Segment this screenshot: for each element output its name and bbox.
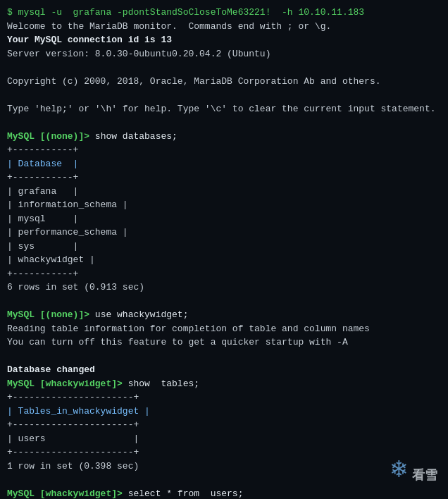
terminal-window: $ mysql -u grafana -pdontStandSoCloseToM… bbox=[0, 0, 448, 499]
terminal-line: | Tables_in_whackywidget | bbox=[7, 405, 441, 419]
terminal-line: +----------------------+ bbox=[7, 418, 441, 432]
terminal-line: +----------------------+ bbox=[7, 445, 441, 460]
watermark-text: 看雪 bbox=[412, 469, 437, 483]
terminal-line: Database changed bbox=[7, 363, 441, 377]
terminal-line: | mysql | bbox=[7, 212, 441, 226]
terminal-line: +-----------+ bbox=[7, 143, 441, 157]
terminal-line bbox=[7, 88, 441, 102]
terminal-line: | whackywidget | bbox=[7, 253, 441, 267]
terminal-line: Your MySQL connection id is 13 bbox=[7, 33, 441, 47]
terminal-line: MySQL [(none)]> show databases; bbox=[7, 130, 441, 144]
terminal-line: Reading table information for completion… bbox=[7, 322, 441, 336]
terminal-content: $ mysql -u grafana -pdontStandSoCloseToM… bbox=[7, 6, 441, 499]
terminal-line bbox=[7, 350, 441, 364]
terminal-line: MySQL [whackywidget]> select * from user… bbox=[7, 487, 441, 500]
terminal-line: Type 'help;' or '\h' for help. Type '\c'… bbox=[7, 102, 441, 116]
terminal-line: MySQL [(none)]> use whackywidget; bbox=[7, 308, 441, 322]
terminal-line: | Database | bbox=[7, 157, 441, 171]
terminal-line: | sys | bbox=[7, 240, 441, 254]
terminal-line: | information_schema | bbox=[7, 198, 441, 212]
terminal-line bbox=[7, 295, 441, 309]
watermark: ❄ 看雪 bbox=[392, 454, 438, 485]
terminal-line: | users | bbox=[7, 432, 441, 446]
terminal-line bbox=[7, 116, 441, 130]
terminal-line: | performance_schema | bbox=[7, 226, 441, 240]
terminal-line bbox=[7, 473, 441, 487]
terminal-line: MySQL [whackywidget]> show tables; bbox=[7, 377, 441, 391]
terminal-line: Welcome to the MariaDB monitor. Commands… bbox=[7, 20, 441, 34]
terminal-line: You can turn off this feature to get a q… bbox=[7, 335, 441, 350]
terminal-line: 6 rows in set (0.913 sec) bbox=[7, 281, 441, 295]
terminal-line: +----------------------+ bbox=[7, 390, 441, 405]
terminal-line: Server version: 8.0.30-0ubuntu0.20.04.2 … bbox=[7, 47, 441, 61]
terminal-line: +-----------+ bbox=[7, 267, 441, 281]
terminal-line: Copyright (c) 2000, 2018, Oracle, MariaD… bbox=[7, 75, 441, 89]
terminal-line: | grafana | bbox=[7, 185, 441, 199]
terminal-line: $ mysql -u grafana -pdontStandSoCloseToM… bbox=[7, 6, 441, 20]
terminal-line: +-----------+ bbox=[7, 171, 441, 185]
terminal-line: 1 row in set (0.398 sec) bbox=[7, 460, 441, 474]
watermark-snowflake-icon: ❄ bbox=[392, 456, 407, 485]
terminal-line bbox=[7, 61, 441, 75]
